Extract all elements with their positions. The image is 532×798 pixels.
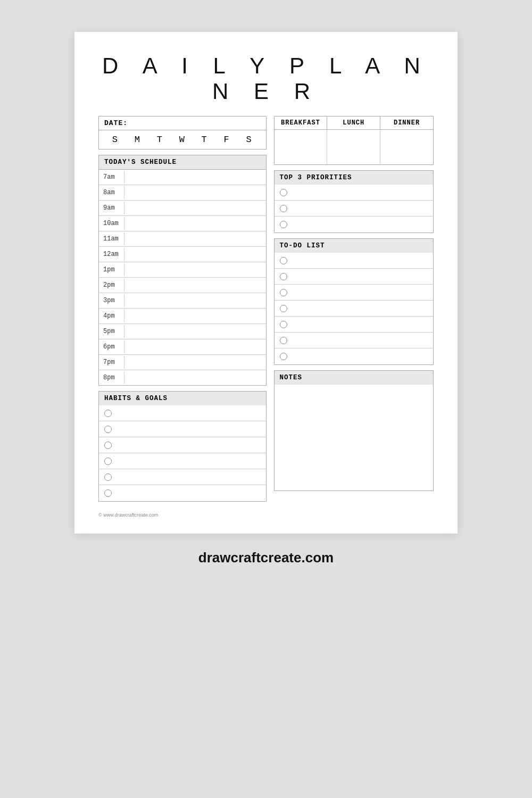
habits-section: HABITS & GOALS bbox=[98, 391, 267, 502]
habit-checkbox[interactable] bbox=[104, 410, 112, 417]
meal-section: BREAKFASTLUNCHDINNER bbox=[274, 116, 434, 165]
schedule-entry[interactable] bbox=[124, 231, 266, 246]
time-label: 5pm bbox=[99, 325, 124, 338]
habit-checkbox[interactable] bbox=[104, 426, 112, 433]
todo-checkbox[interactable] bbox=[280, 321, 287, 328]
schedule-row[interactable]: 9am bbox=[99, 201, 266, 216]
schedule-row[interactable]: 10am bbox=[99, 216, 266, 231]
schedule-row[interactable]: 11am bbox=[99, 231, 266, 247]
day-letter: W bbox=[179, 135, 186, 145]
schedule-entry[interactable] bbox=[124, 293, 266, 308]
habit-checkbox[interactable] bbox=[104, 458, 112, 465]
habit-row[interactable] bbox=[99, 485, 266, 501]
todo-row[interactable] bbox=[275, 253, 433, 269]
schedule-entry[interactable] bbox=[124, 247, 266, 262]
schedule-row[interactable]: 2pm bbox=[99, 278, 266, 293]
priorities-header: TOP 3 PRIORITIES bbox=[274, 170, 434, 185]
notes-body[interactable] bbox=[274, 385, 434, 491]
todo-row[interactable] bbox=[275, 317, 433, 332]
day-letter: T bbox=[202, 135, 208, 145]
notes-section: NOTES bbox=[274, 370, 434, 491]
schedule-row[interactable]: 3pm bbox=[99, 293, 266, 309]
schedule-entry[interactable] bbox=[124, 170, 266, 185]
page-title: D A I L Y P L A N N E R bbox=[98, 53, 434, 104]
priorities-table bbox=[274, 185, 434, 233]
habit-row[interactable] bbox=[99, 405, 266, 421]
todo-row[interactable] bbox=[275, 285, 433, 301]
todo-checkbox[interactable] bbox=[280, 337, 287, 344]
schedule-row[interactable]: 4pm bbox=[99, 309, 266, 324]
day-letter: M bbox=[135, 135, 141, 145]
todo-header: TO-DO LIST bbox=[274, 238, 434, 253]
priority-checkbox[interactable] bbox=[280, 189, 287, 196]
schedule-row[interactable]: 8am bbox=[99, 185, 266, 201]
todo-checkbox[interactable] bbox=[280, 305, 287, 312]
time-label: 10am bbox=[99, 217, 124, 230]
priority-checkbox[interactable] bbox=[280, 205, 287, 212]
todo-checkbox[interactable] bbox=[280, 273, 287, 280]
habit-checkbox[interactable] bbox=[104, 473, 112, 481]
schedule-header: TODAY'S SCHEDULE bbox=[98, 155, 267, 169]
schedule-entry[interactable] bbox=[124, 370, 266, 385]
time-label: 6pm bbox=[99, 340, 124, 353]
schedule-entry[interactable] bbox=[124, 216, 266, 231]
todo-table bbox=[274, 253, 434, 365]
time-label: 11am bbox=[99, 232, 124, 245]
habit-row[interactable] bbox=[99, 469, 266, 485]
priority-row[interactable] bbox=[275, 217, 433, 232]
todo-row[interactable] bbox=[275, 348, 433, 364]
schedule-row[interactable]: 8pm bbox=[99, 370, 266, 385]
time-label: 8pm bbox=[99, 371, 124, 384]
breakfast-cell[interactable] bbox=[275, 130, 328, 164]
schedule-row[interactable]: 12am bbox=[99, 247, 266, 262]
todo-row[interactable] bbox=[275, 301, 433, 317]
habit-row[interactable] bbox=[99, 453, 266, 469]
time-label: 4pm bbox=[99, 310, 124, 322]
schedule-row[interactable]: 5pm bbox=[99, 324, 266, 339]
schedule-entry[interactable] bbox=[124, 324, 266, 339]
todo-row[interactable] bbox=[275, 332, 433, 348]
habit-checkbox[interactable] bbox=[104, 442, 112, 449]
date-section: DATE: SMTWTFS bbox=[98, 116, 267, 149]
schedule-entry[interactable] bbox=[124, 339, 266, 354]
schedule-row[interactable]: 6pm bbox=[99, 339, 266, 355]
todo-checkbox[interactable] bbox=[280, 353, 287, 360]
schedule-row[interactable]: 7pm bbox=[99, 355, 266, 370]
schedule-entry[interactable] bbox=[124, 355, 266, 370]
schedule-row[interactable]: 7am bbox=[99, 170, 266, 185]
time-label: 1pm bbox=[99, 263, 124, 276]
days-of-week-row: SMTWTFS bbox=[99, 130, 266, 149]
priority-row[interactable] bbox=[275, 201, 433, 217]
todo-row[interactable] bbox=[275, 269, 433, 285]
day-letter: F bbox=[223, 135, 230, 145]
time-label: 9am bbox=[99, 202, 124, 214]
right-column: BREAKFASTLUNCHDINNER TOP 3 PRIORITIES TO… bbox=[274, 116, 434, 491]
habit-row[interactable] bbox=[99, 421, 266, 437]
day-letter: S bbox=[246, 135, 252, 145]
habit-checkbox[interactable] bbox=[104, 489, 112, 497]
meal-header-row: BREAKFASTLUNCHDINNER bbox=[275, 117, 433, 130]
meal-header-cell: BREAKFAST bbox=[275, 117, 328, 129]
meal-body-row bbox=[275, 130, 433, 164]
schedule-entry[interactable] bbox=[124, 278, 266, 293]
meal-header-cell: LUNCH bbox=[327, 117, 380, 129]
schedule-entry[interactable] bbox=[124, 262, 266, 277]
todo-section: TO-DO LIST bbox=[274, 238, 434, 365]
left-column: DATE: SMTWTFS TODAY'S SCHEDULE 7am8am9am… bbox=[98, 116, 267, 502]
priorities-section: TOP 3 PRIORITIES bbox=[274, 170, 434, 233]
priority-checkbox[interactable] bbox=[280, 221, 287, 228]
schedule-entry[interactable] bbox=[124, 185, 266, 200]
dinner-cell[interactable] bbox=[380, 130, 433, 164]
planner-page: D A I L Y P L A N N E R DATE: SMTWTFS TO… bbox=[74, 32, 458, 534]
time-label: 7am bbox=[99, 171, 124, 184]
lunch-cell[interactable] bbox=[327, 130, 380, 164]
habit-row[interactable] bbox=[99, 437, 266, 453]
todo-checkbox[interactable] bbox=[280, 289, 287, 296]
priority-row[interactable] bbox=[275, 185, 433, 201]
day-letter: S bbox=[112, 135, 119, 145]
time-label: 7pm bbox=[99, 356, 124, 369]
schedule-row[interactable]: 1pm bbox=[99, 262, 266, 278]
todo-checkbox[interactable] bbox=[280, 257, 287, 264]
schedule-entry[interactable] bbox=[124, 309, 266, 323]
schedule-entry[interactable] bbox=[124, 201, 266, 215]
